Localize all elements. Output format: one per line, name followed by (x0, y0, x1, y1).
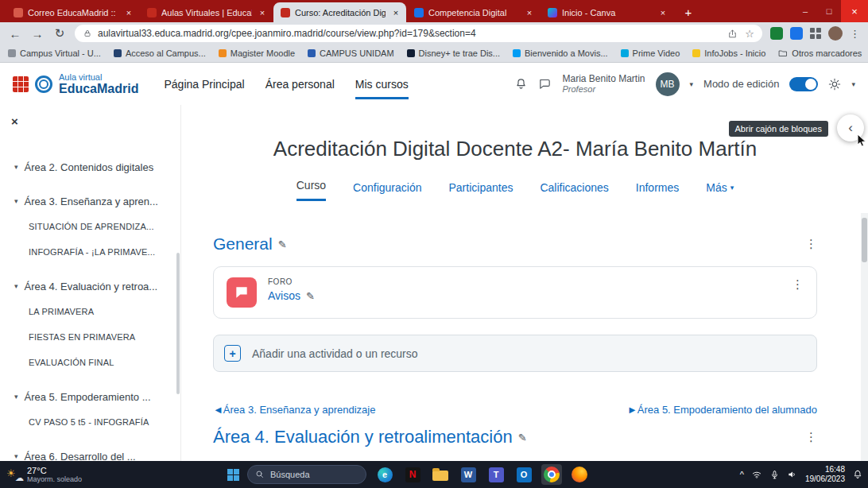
start-button[interactable] (227, 469, 239, 481)
nav-pagina-principal[interactable]: Página Principal (164, 63, 244, 105)
address-bar[interactable]: ☆ (75, 25, 762, 42)
extension-green-icon[interactable] (770, 27, 783, 40)
browser-tab[interactable]: Competencia Digital × (407, 2, 540, 22)
browser-tab[interactable]: Inicio - Canva × (541, 2, 673, 22)
nav-area-personal[interactable]: Área personal (265, 63, 335, 105)
section-menu-kebab-icon[interactable]: ⋮ (805, 430, 817, 444)
hidden-icons-chevron[interactable]: ^ (740, 470, 744, 479)
firefox-icon[interactable] (569, 464, 590, 485)
add-activity-button[interactable]: + Añadir una actividad o un recurso (213, 335, 817, 372)
back-icon[interactable]: ← (8, 27, 22, 41)
next-section-link[interactable]: ►Área 5. Empoderamiento del alumnado (627, 404, 817, 416)
other-bookmarks[interactable]: Otros marcadores (778, 48, 862, 58)
tab-configuracion[interactable]: Configuración (353, 181, 421, 201)
edit-pencil-icon[interactable]: ✎ (278, 238, 287, 250)
tab-close-icon[interactable]: × (390, 7, 401, 18)
edit-mode-toggle[interactable] (789, 77, 818, 91)
course-index-section[interactable]: ▾Área 6. Desarrollo del ... (0, 443, 176, 461)
share-icon[interactable] (727, 29, 738, 39)
browser-profile-avatar[interactable] (828, 26, 843, 41)
microphone-icon[interactable] (769, 470, 780, 480)
notifications-icon[interactable] (852, 469, 863, 480)
educamadrid-grid-logo[interactable] (13, 76, 29, 92)
window-close-button[interactable]: × (841, 0, 868, 22)
course-index-item[interactable]: SITUACIÓN DE APRENDIZA... (0, 214, 176, 239)
tab-calificaciones[interactable]: Calificaciones (540, 181, 608, 201)
tab-close-icon[interactable]: × (257, 7, 268, 18)
edge-icon[interactable]: e (374, 464, 395, 485)
chevron-down-icon[interactable]: ▾ (14, 197, 18, 205)
taskbar-search[interactable] (247, 465, 366, 484)
tab-close-icon[interactable]: × (123, 7, 134, 18)
aula-virtual-logo[interactable] (35, 76, 52, 93)
course-index-item[interactable]: CV PASO 5 t5 - INFOGRAFÍA (0, 409, 176, 435)
bookmark-item[interactable]: Disney+ te trae Dis... (407, 48, 500, 58)
nav-mis-cursos[interactable]: Mis cursos (355, 63, 409, 105)
tab-close-icon[interactable]: × (657, 7, 668, 18)
chevron-down-icon[interactable]: ▾ (14, 452, 18, 460)
course-index-section[interactable]: ▾Área 2. Contenidos digitales (0, 154, 176, 180)
course-index-section[interactable]: ▾Área 3. Enseñanza y apren... (0, 188, 176, 214)
outlook-icon[interactable]: O (513, 464, 534, 485)
browser-menu-icon[interactable]: ⋮ (850, 28, 860, 40)
word-icon[interactable]: W (458, 464, 479, 485)
user-menu-caret-icon[interactable]: ▾ (690, 80, 694, 88)
window-maximize-button[interactable]: □ (817, 0, 841, 22)
course-index-item[interactable]: FIESTAS EN PRIMAVERA (0, 324, 176, 350)
section-menu-kebab-icon[interactable]: ⋮ (805, 237, 817, 251)
edit-pencil-icon[interactable]: ✎ (518, 432, 527, 443)
messages-icon[interactable] (538, 77, 552, 91)
activity-menu-kebab-icon[interactable]: ⋮ (792, 277, 804, 292)
notifications-bell-icon[interactable] (514, 77, 528, 91)
reload-icon[interactable]: ↻ (52, 26, 67, 41)
window-minimize-button[interactable]: – (793, 0, 817, 22)
new-tab-button[interactable]: + (679, 2, 698, 21)
close-drawer-icon[interactable]: × (11, 114, 18, 128)
file-explorer-icon[interactable] (430, 464, 451, 485)
previous-section-link[interactable]: ◄Área 3. Enseñanza y aprendizaje (213, 404, 375, 416)
teams-icon[interactable]: T (486, 464, 506, 485)
bookmark-item[interactable]: Magister Moodle (219, 48, 295, 58)
tab-curso[interactable]: Curso (296, 179, 326, 201)
edit-pencil-icon[interactable]: ✎ (306, 290, 315, 302)
bookmark-item[interactable]: InfoJobs - Inicio (692, 48, 765, 58)
page-scrollbar[interactable] (861, 213, 868, 461)
course-index-item[interactable]: EVALUACIÓN FINAL (0, 350, 176, 375)
sidebar-scrollbar-thumb[interactable] (176, 253, 180, 394)
site-logo-text[interactable]: Aula virtual EducaMadrid (59, 72, 138, 95)
browser-tab[interactable]: Correo EducaMadrid :: Entra × (6, 2, 139, 22)
gear-icon[interactable] (828, 78, 841, 91)
forward-icon[interactable]: → (30, 27, 45, 41)
address-input[interactable] (98, 28, 722, 39)
tab-close-icon[interactable]: × (524, 7, 535, 18)
volume-icon[interactable] (787, 469, 798, 480)
taskbar-clock[interactable]: 16:48 19/06/2023 (805, 465, 845, 484)
chevron-down-icon[interactable]: ▾ (14, 393, 18, 401)
course-index-section[interactable]: ▾Área 4. Evaluación y retroa... (0, 273, 176, 299)
activity-link[interactable]: Avisos (268, 289, 300, 302)
bookmark-item[interactable]: Campus Virtual - U... (8, 48, 101, 58)
course-index-section[interactable]: ▾Área 5. Empoderamiento ... (0, 384, 176, 409)
bookmark-item[interactable]: CAMPUS UNIDAM (308, 48, 394, 58)
bookmark-item[interactable]: Bienvenido a Movis... (513, 48, 608, 58)
extensions-icon[interactable] (810, 28, 821, 39)
browser-tab[interactable]: Aulas Virtuales | EducaMadr... × (140, 2, 273, 22)
page-scrollbar-thumb[interactable] (862, 218, 867, 262)
lock-icon[interactable] (83, 29, 92, 38)
course-index-item[interactable]: INFOGRAFÍA - ¡LA PRIMAVE... (0, 239, 176, 265)
bookmark-item[interactable]: Acceso al Campus... (114, 48, 206, 58)
tab-informes[interactable]: Informes (636, 181, 679, 201)
bookmark-item[interactable]: Prime Video (621, 48, 680, 58)
wifi-icon[interactable] (751, 469, 762, 480)
user-avatar[interactable]: MB (656, 72, 680, 96)
tab-mas[interactable]: Más▾ (706, 181, 734, 201)
extension-blue-icon[interactable] (790, 27, 803, 40)
browser-tab-active[interactable]: Curso: Acreditación Digital D... × (273, 2, 406, 22)
settings-caret-icon[interactable]: ▾ (851, 80, 855, 88)
chevron-down-icon[interactable]: ▾ (14, 282, 18, 290)
tab-participantes[interactable]: Participantes (448, 181, 513, 201)
chevron-down-icon[interactable]: ▾ (14, 163, 18, 171)
weather-widget[interactable]: ☀ ☁ 27°C Mayorm. soleado (6, 461, 82, 488)
chrome-icon[interactable] (541, 464, 562, 485)
course-index-item[interactable]: LA PRIMAVERA (0, 299, 176, 324)
